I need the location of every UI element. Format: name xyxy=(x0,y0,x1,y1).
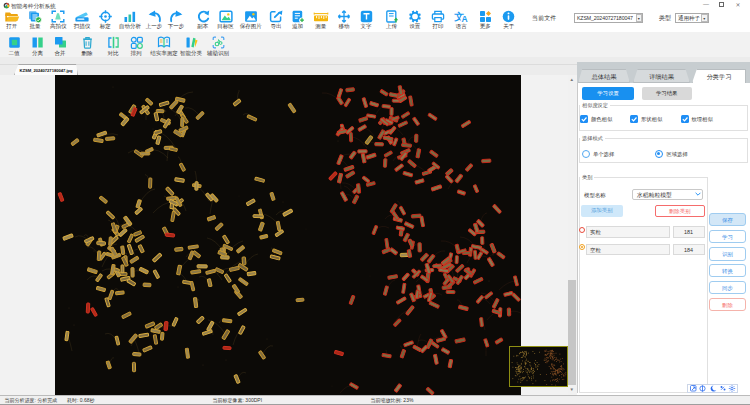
svg-text:A: A xyxy=(462,14,468,23)
